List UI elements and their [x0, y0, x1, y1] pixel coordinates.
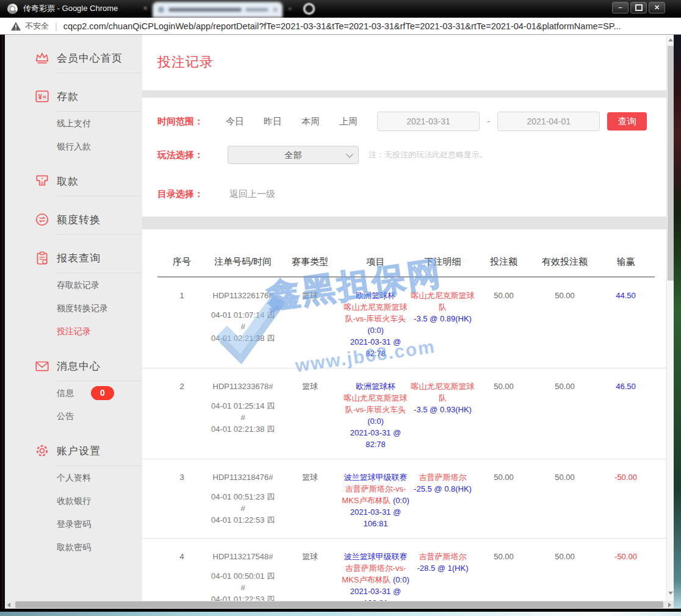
cell-bet-number-time: HDP113226176# 04-01 01:07:14 四 # 04-01 0… [206, 290, 279, 359]
col-win-loss: 输赢 [597, 256, 655, 268]
scroll-up-arrow-icon[interactable] [668, 38, 673, 41]
time-range-label: 时间范围： [157, 116, 226, 127]
scroll-right-arrow-icon[interactable] [668, 603, 671, 607]
sidebar-item-settings[interactable]: 账户设置 [5, 437, 142, 464]
deposit-icon: ¥« [33, 88, 51, 105]
sidebar: 会员中心首页 ¥« 存款 线上支付 银行入款 取款 额度转换 [5, 35, 142, 601]
half-score: (0:0) [367, 417, 384, 426]
chrome-logo-icon [7, 4, 18, 14]
date-to-input[interactable]: 2021-04-01 [497, 112, 600, 131]
bet-number: HDP113217548# [206, 551, 279, 562]
filter-last-week[interactable]: 上周 [339, 116, 358, 127]
sidebar-item-messages-info[interactable]: 信息 0 [5, 381, 142, 404]
blurred-tab-close-icon[interactable]: ✕ [143, 5, 148, 12]
sidebar-item-profile[interactable]: 个人资料 [5, 466, 142, 489]
sidebar-item-deposit-online[interactable]: 线上支付 [5, 112, 142, 135]
scroll-down-arrow-icon[interactable] [668, 592, 673, 595]
blurred-plus-icon[interactable]: + [288, 5, 292, 12]
maximize-button[interactable] [630, 2, 647, 13]
bet-time-start: 04-01 00:50:01 四 [206, 570, 279, 582]
cell-bet-detail: 喀山尤尼克斯篮球队 -3.5 @ 0.89(HK) [411, 290, 475, 359]
table-row: 4 HDP113217548# 04-01 00:50:01 四 # 04-01… [142, 539, 666, 601]
pick-line: -25.5 @ 0.8(HK) [411, 483, 475, 495]
sidebar-item-receiving-bank[interactable]: 收款银行 [5, 489, 142, 512]
half-score: (0:0) [367, 326, 384, 335]
sidebar-item-transfer-records[interactable]: 额度转换记录 [5, 296, 142, 320]
sidebar-item-withdraw-password[interactable]: 取款密码 [5, 535, 142, 559]
bet-number: HDP113233678# [206, 381, 279, 392]
gear-icon [33, 442, 51, 459]
tab-close-icon[interactable]: ✕ [273, 6, 278, 14]
not-secure-label: 不安全 [25, 21, 49, 32]
sidebar-item-notices[interactable]: 公告 [5, 404, 142, 428]
scroll-left-arrow-icon[interactable] [7, 603, 10, 607]
withdraw-icon [33, 173, 51, 190]
bet-time-settle: 04-01 01:22:53 四 [206, 593, 279, 601]
sidebar-item-label: 账户设置 [57, 444, 101, 458]
play-type-select[interactable]: 全部 [228, 146, 359, 164]
sidebar-item-deposit-withdraw-records[interactable]: 存取款记录 [5, 273, 142, 296]
date-from-input[interactable]: 2021-03-31 [377, 112, 480, 131]
sidebar-item-label: 会员中心首页 [57, 51, 123, 65]
match-teams: 喀山尤尼克斯篮球队-vs-库班火车头 [344, 393, 408, 414]
col-match: 项目 [340, 256, 411, 268]
sidebar-item-deposit[interactable]: ¥« 存款 [5, 83, 142, 110]
table-row: 1 HDP113226176# 04-01 01:07:14 四 # 04-01… [142, 278, 666, 368]
sidebar-item-bet-records[interactable]: 投注记录 [5, 320, 142, 343]
cell-valid-stake: 50.00 [533, 381, 597, 450]
filter-this-week[interactable]: 本周 [301, 116, 320, 127]
cell-bet-detail: 吉普萨斯塔尔 -25.5 @ 0.8(HK) [411, 471, 475, 529]
horizontal-scrollbar[interactable] [5, 601, 674, 609]
bet-time-separator: # [206, 321, 279, 332]
url-separator: | [55, 21, 57, 31]
pick-line: -3.5 @ 0.93(HK) [411, 404, 475, 415]
final-score: 2021-03-31 @ 82:78 [340, 427, 411, 450]
back-up-level-link[interactable]: 返回上一级 [229, 188, 275, 200]
sidebar-item-label: 取款 [57, 174, 79, 188]
page-header-panel: 投注记录 [142, 35, 666, 90]
cell-win-loss: 46.50 [597, 381, 655, 450]
minimize-button[interactable]: – [612, 2, 629, 13]
horizontal-scrollbar-thumb[interactable] [15, 601, 663, 608]
bet-time-start: 04-01 00:51:23 四 [206, 491, 279, 503]
cell-match: 欧洲篮球杯 喀山尤尼克斯篮球队-vs-库班火车头 (0:0) 2021-03-3… [340, 381, 411, 450]
col-seq: 序号 [157, 256, 206, 268]
col-stake: 投注额 [475, 256, 533, 268]
filter-yesterday[interactable]: 昨日 [264, 116, 282, 127]
svg-text:«: « [43, 93, 46, 100]
sidebar-item-home[interactable]: 会员中心首页 [5, 45, 142, 71]
cell-stake: 50.00 [475, 471, 533, 529]
url-text[interactable]: cqcp2.com/chuanQiCPLoginWeb/app/reportDe… [63, 21, 621, 31]
table-header: 序号 注单号码/时间 赛事类型 项目 下注明细 投注额 有效投注额 输赢 [142, 229, 666, 268]
sidebar-item-messages[interactable]: 消息中心 [5, 353, 142, 379]
title-bar: 传奇彩票 - Google Chrome ✕ ✕ + – ✕ [0, 0, 681, 18]
cell-valid-stake: 50.00 [533, 471, 597, 529]
sidebar-item-reports[interactable]: 报表查询 [5, 245, 142, 271]
directory-row: 目录选择： 返回上一级 [157, 185, 275, 203]
cell-sport: 篮球 [279, 290, 340, 359]
transfer-icon [33, 211, 51, 228]
pick-team: 吉普萨斯塔尔 [411, 471, 475, 483]
sidebar-item-label: 报表查询 [57, 251, 101, 265]
col-bet-number-time: 注单号码/时间 [206, 256, 279, 268]
svg-text:¥: ¥ [38, 93, 43, 101]
sidebar-item-withdraw[interactable]: 取款 [5, 168, 142, 195]
close-button[interactable]: ✕ [649, 2, 665, 13]
sidebar-item-transfer[interactable]: 额度转换 [5, 206, 142, 233]
blurred-browser-tab[interactable]: ✕ [153, 2, 283, 18]
vertical-scrollbar-thumb[interactable] [668, 46, 674, 281]
half-score: (0:0) [393, 575, 409, 584]
vertical-scrollbar[interactable] [666, 35, 674, 601]
bet-time-start: 04-01 01:25:14 四 [206, 400, 279, 412]
divider [57, 73, 141, 73]
league-name: 欧洲篮球杯 [340, 290, 411, 301]
sidebar-item-login-password[interactable]: 登录密码 [5, 512, 142, 535]
query-button[interactable]: 查询 [607, 112, 647, 131]
address-bar[interactable]: 不安全 | cqcp2.com/chuanQiCPLoginWeb/app/re… [0, 18, 681, 35]
filters-panel: 时间范围： 今日 昨日 本周 上周 2021-03-31 - 2021-04-0… [142, 98, 666, 217]
circle-tab-icon[interactable] [303, 3, 315, 15]
blurred-tab-title [168, 8, 242, 12]
main-content: 投注记录 时间范围： 今日 昨日 本周 上周 2021-03-31 - 2021… [142, 35, 666, 601]
sidebar-item-deposit-bank[interactable]: 银行入款 [5, 135, 142, 158]
filter-today[interactable]: 今日 [226, 116, 244, 127]
